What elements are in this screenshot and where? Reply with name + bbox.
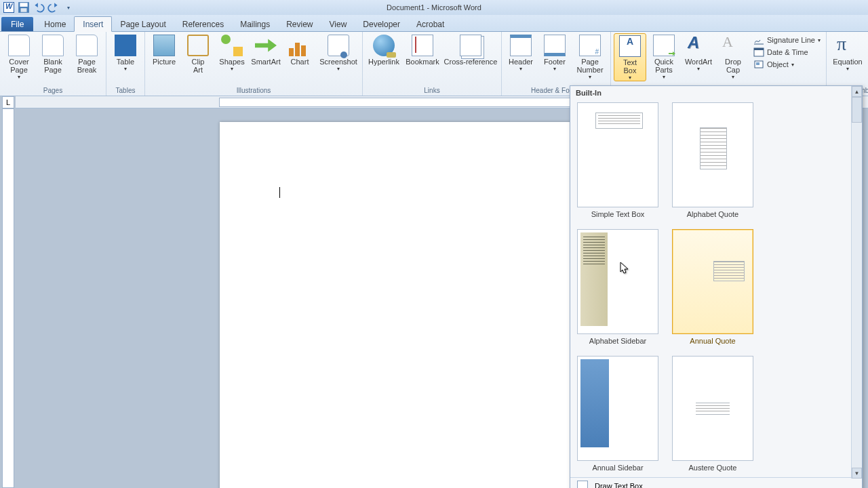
- gallery-scrollbar[interactable]: ▲ ▼: [851, 86, 862, 479]
- drop-cap-button[interactable]: Drop Cap▾: [717, 33, 749, 80]
- gallery-item-austere-quote[interactable]: Austere Quote: [672, 356, 753, 472]
- redo-icon[interactable]: [47, 1, 60, 14]
- group-label-illustrations: Illustrations: [237, 86, 271, 95]
- tab-page-layout[interactable]: Page Layout: [112, 17, 174, 31]
- smartart-button[interactable]: SmartArt: [250, 33, 282, 66]
- text-box-button[interactable]: Text Box▾: [614, 33, 646, 81]
- undo-icon[interactable]: [33, 1, 45, 14]
- tab-view[interactable]: View: [321, 17, 355, 31]
- gallery-item-simple-text-box[interactable]: Simple Text Box: [577, 102, 658, 218]
- gallery-section-header: Built-In: [570, 86, 862, 100]
- app-icon[interactable]: [3, 1, 15, 14]
- gallery-item-alphabet-quote[interactable]: Alphabet Quote: [672, 102, 753, 218]
- cross-reference-button[interactable]: Cross-reference: [443, 33, 498, 66]
- group-tables: Table▾ Tables: [106, 32, 145, 96]
- shapes-button[interactable]: Shapes▾: [216, 33, 248, 72]
- footer-button[interactable]: Footer▾: [538, 33, 571, 72]
- object-button[interactable]: Object ▾: [753, 59, 821, 70]
- screenshot-button[interactable]: Screenshot▾: [317, 33, 359, 72]
- text-cursor: [279, 187, 280, 198]
- group-links: Hyperlink Bookmark Cross-reference Links: [363, 32, 502, 96]
- gallery-item-annual-quote[interactable]: Annual Quote: [672, 229, 753, 345]
- quick-access-toolbar: ▾: [0, 1, 75, 14]
- scroll-thumb[interactable]: [852, 97, 862, 123]
- tab-references[interactable]: References: [174, 17, 232, 31]
- scroll-up-icon[interactable]: ▲: [852, 86, 862, 97]
- svg-rect-1: [20, 3, 27, 7]
- svg-rect-7: [756, 62, 760, 65]
- draw-text-box-item[interactable]: Draw Text Box: [570, 478, 862, 488]
- equation-button[interactable]: Equation▾: [829, 33, 866, 72]
- vertical-ruler[interactable]: [2, 108, 14, 488]
- page-number-button[interactable]: Page Number▾: [572, 33, 608, 80]
- blank-page-button[interactable]: Blank Page: [37, 33, 69, 74]
- draw-textbox-icon: [577, 481, 588, 488]
- gallery-item-alphabet-sidebar[interactable]: Alphabet Sidebar: [577, 229, 658, 345]
- page-break-button[interactable]: Page Break: [71, 33, 103, 74]
- ribbon-tabs: File Home Insert Page Layout References …: [0, 15, 868, 32]
- title-bar: ▾ Document1 - Microsoft Word: [0, 0, 868, 15]
- qat-customize-icon[interactable]: ▾: [62, 1, 75, 14]
- date-time-button[interactable]: Date & Time: [753, 47, 821, 58]
- wordart-button[interactable]: WordArt▾: [682, 33, 715, 72]
- cover-page-button[interactable]: Cover Page▾: [3, 33, 35, 80]
- tab-developer[interactable]: Developer: [355, 17, 408, 31]
- tab-home[interactable]: Home: [36, 17, 74, 31]
- svg-rect-5: [754, 48, 764, 50]
- group-illustrations: Picture Clip Art Shapes▾ SmartArt Chart …: [145, 32, 363, 96]
- window-title: Document1 - Microsoft Word: [0, 3, 868, 12]
- tab-file[interactable]: File: [1, 17, 33, 31]
- gallery-item-annual-sidebar[interactable]: Annual Sidebar: [577, 356, 658, 472]
- scroll-down-icon[interactable]: ▼: [852, 468, 862, 479]
- signature-icon: [753, 35, 764, 45]
- object-icon: [753, 59, 764, 70]
- tab-insert[interactable]: Insert: [74, 16, 112, 32]
- save-icon[interactable]: [18, 1, 30, 14]
- document-workspace: L Built-In Simple Text Box Alphabet Quot…: [0, 96, 868, 488]
- tab-selector[interactable]: L: [2, 96, 14, 108]
- group-pages: Cover Page▾ Blank Page Page Break Pages: [0, 32, 106, 96]
- tab-acrobat[interactable]: Acrobat: [408, 17, 452, 31]
- hyperlink-button[interactable]: Hyperlink: [366, 33, 402, 66]
- bookmark-button[interactable]: Bookmark: [403, 33, 441, 66]
- signature-line-button[interactable]: Signature Line ▾: [753, 35, 821, 45]
- mouse-cursor: [620, 262, 629, 275]
- group-label-pages: Pages: [43, 86, 62, 95]
- group-label-links: Links: [424, 86, 439, 95]
- text-box-gallery: Built-In Simple Text Box Alphabet Quote …: [570, 85, 863, 488]
- svg-rect-2: [21, 8, 27, 12]
- tab-review[interactable]: Review: [278, 17, 321, 31]
- chart-button[interactable]: Chart: [283, 33, 316, 66]
- clipart-button[interactable]: Clip Art: [182, 33, 214, 74]
- table-button[interactable]: Table▾: [109, 33, 142, 72]
- quick-parts-button[interactable]: Quick Parts▾: [648, 33, 680, 80]
- group-label-tables: Tables: [116, 86, 136, 95]
- picture-button[interactable]: Picture: [148, 33, 180, 66]
- header-button[interactable]: Header▾: [505, 33, 537, 72]
- tab-mailings[interactable]: Mailings: [232, 17, 278, 31]
- calendar-icon: [753, 47, 764, 58]
